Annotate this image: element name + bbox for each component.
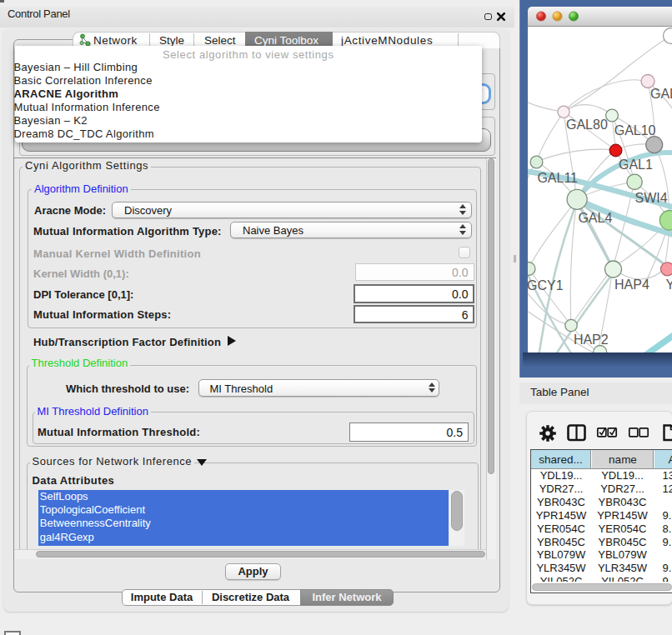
svg-text:GAL7: GAL7 [650,87,672,101]
svg-text:Y: Y [666,277,672,291]
svg-text:HAP2: HAP2 [574,332,609,346]
svg-text:GAL4: GAL4 [578,210,612,224]
svg-text:HAP4: HAP4 [614,277,649,291]
svg-text:GAL10: GAL10 [614,122,656,137]
svg-text:GCY1: GCY1 [528,278,564,292]
svg-text:GAL80: GAL80 [566,117,608,131]
svg-text:GAL1: GAL1 [619,157,653,171]
svg-text:GAL11: GAL11 [537,170,578,184]
svg-text:SWI4: SWI4 [635,191,668,205]
